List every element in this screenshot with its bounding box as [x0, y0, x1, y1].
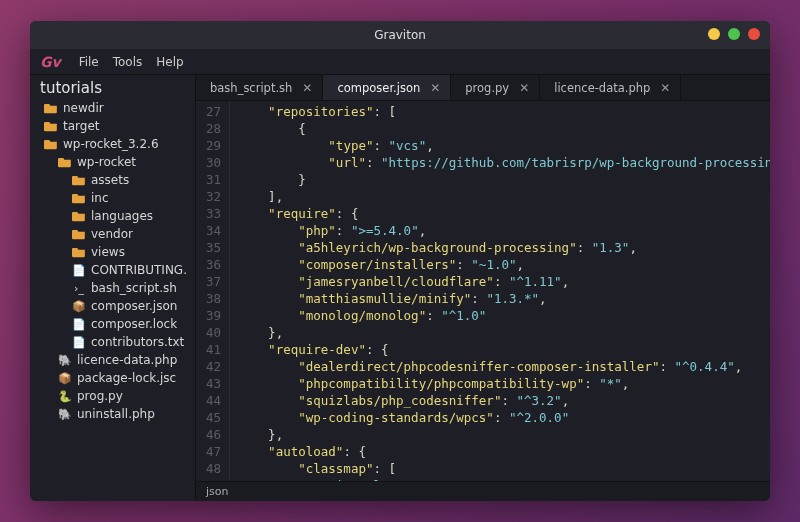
tree-item-label: wp-rocket_3.2.6: [63, 137, 159, 151]
tree-file[interactable]: 📦package-lock.jsc: [30, 369, 195, 387]
app-logo: Gv: [40, 54, 61, 70]
folder-icon: [72, 227, 86, 241]
tab-close-icon[interactable]: ✕: [302, 81, 312, 95]
tab-label: prog.py: [465, 81, 509, 95]
folder-icon: [72, 209, 86, 223]
tab[interactable]: bash_script.sh✕: [196, 75, 323, 100]
tree-file[interactable]: 🐍prog.py: [30, 387, 195, 405]
tree-item-label: bash_script.sh: [91, 281, 177, 295]
tree-item-label: package-lock.jsc: [77, 371, 176, 385]
tree-item-label: licence-data.php: [77, 353, 177, 367]
folder-icon: [72, 245, 86, 259]
body: tutorials newdirtargetwp-rocket_3.2.6wp-…: [30, 75, 770, 501]
window-controls: [708, 28, 760, 40]
menu-file[interactable]: File: [79, 55, 99, 69]
file-icon: 📦: [72, 299, 86, 313]
menubar: Gv File Tools Help: [30, 49, 770, 75]
tree-item-label: uninstall.php: [77, 407, 155, 421]
file-icon: 📄: [72, 317, 86, 331]
tab[interactable]: composer.json✕: [323, 75, 451, 100]
tree-item-label: views: [91, 245, 125, 259]
file-icon: 🐘: [58, 353, 72, 367]
tab-close-icon[interactable]: ✕: [430, 81, 440, 95]
titlebar: Graviton: [30, 21, 770, 49]
tab-close-icon[interactable]: ✕: [519, 81, 529, 95]
tree-file[interactable]: 🐘uninstall.php: [30, 405, 195, 423]
tree-file[interactable]: 🐘licence-data.php: [30, 351, 195, 369]
tree-folder[interactable]: views: [30, 243, 195, 261]
app-window: Graviton Gv File Tools Help tutorials ne…: [30, 21, 770, 501]
statusbar: json: [196, 481, 770, 501]
file-icon: 📦: [58, 371, 72, 385]
tree-folder[interactable]: assets: [30, 171, 195, 189]
tree-folder[interactable]: vendor: [30, 225, 195, 243]
tree-item-label: newdir: [63, 101, 104, 115]
tree-folder[interactable]: inc: [30, 189, 195, 207]
close-button[interactable]: [748, 28, 760, 40]
tree-folder[interactable]: wp-rocket_3.2.6: [30, 135, 195, 153]
tree-file[interactable]: 📄CONTRIBUTING.: [30, 261, 195, 279]
tree-folder[interactable]: languages: [30, 207, 195, 225]
tree-folder[interactable]: target: [30, 117, 195, 135]
file-icon: 📄: [72, 263, 86, 277]
folder-icon: [72, 173, 86, 187]
folder-icon: [44, 119, 58, 133]
maximize-button[interactable]: [728, 28, 740, 40]
tree-item-label: wp-rocket: [77, 155, 136, 169]
tree-item-label: languages: [91, 209, 153, 223]
sidebar-title: tutorials: [30, 75, 195, 99]
tab[interactable]: licence-data.php✕: [540, 75, 681, 100]
tree-item-label: composer.json: [91, 299, 177, 313]
file-icon: ›_: [72, 281, 86, 295]
file-icon: 🐘: [58, 407, 72, 421]
status-language: json: [206, 485, 229, 498]
window-title: Graviton: [374, 28, 426, 42]
tabs: bash_script.sh✕composer.json✕prog.py✕lic…: [196, 75, 770, 101]
tab-label: licence-data.php: [554, 81, 650, 95]
tree-file[interactable]: 📄composer.lock: [30, 315, 195, 333]
tree-item-label: CONTRIBUTING.: [91, 263, 187, 277]
file-icon: 📄: [72, 335, 86, 349]
file-icon: 🐍: [58, 389, 72, 403]
minimize-button[interactable]: [708, 28, 720, 40]
tree-item-label: assets: [91, 173, 129, 187]
folder-icon: [72, 191, 86, 205]
tree-item-label: contributors.txt: [91, 335, 184, 349]
tree-file[interactable]: 📦composer.json: [30, 297, 195, 315]
tab[interactable]: prog.py✕: [451, 75, 540, 100]
tree-item-label: prog.py: [77, 389, 123, 403]
tree-item-label: target: [63, 119, 100, 133]
tab-label: bash_script.sh: [210, 81, 292, 95]
tree-folder[interactable]: newdir: [30, 99, 195, 117]
tree-file[interactable]: ›_bash_script.sh: [30, 279, 195, 297]
tab-label: composer.json: [337, 81, 420, 95]
code-content[interactable]: "repositories": [ { "type": "vcs", "url"…: [230, 101, 770, 481]
file-tree[interactable]: newdirtargetwp-rocket_3.2.6wp-rocketasse…: [30, 99, 195, 501]
sidebar: tutorials newdirtargetwp-rocket_3.2.6wp-…: [30, 75, 196, 501]
folder-icon: [58, 155, 72, 169]
tree-folder[interactable]: wp-rocket: [30, 153, 195, 171]
editor-area: bash_script.sh✕composer.json✕prog.py✕lic…: [196, 75, 770, 501]
tree-file[interactable]: 📄contributors.txt: [30, 333, 195, 351]
menu-tools[interactable]: Tools: [113, 55, 143, 69]
folder-icon: [44, 101, 58, 115]
tab-close-icon[interactable]: ✕: [660, 81, 670, 95]
menu-help[interactable]: Help: [156, 55, 183, 69]
tree-item-label: vendor: [91, 227, 133, 241]
tree-item-label: inc: [91, 191, 109, 205]
editor[interactable]: 27 28 29 30 31 32 33 34 35 36 37 38 39 4…: [196, 101, 770, 481]
folder-icon: [44, 137, 58, 151]
tree-item-label: composer.lock: [91, 317, 177, 331]
line-gutter: 27 28 29 30 31 32 33 34 35 36 37 38 39 4…: [196, 101, 230, 481]
